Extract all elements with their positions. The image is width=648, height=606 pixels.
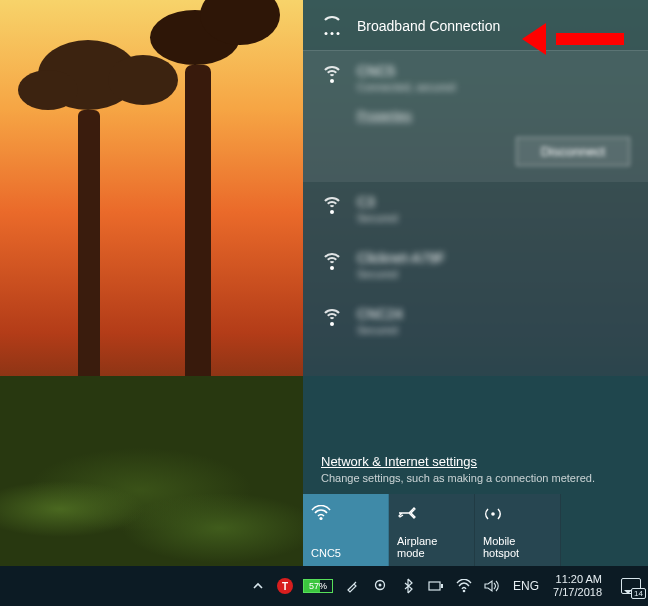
wifi-icon bbox=[311, 502, 380, 524]
svg-rect-4 bbox=[429, 582, 440, 590]
quick-action-tiles: CNC5 Airplane mode Mobile hotspot bbox=[303, 494, 648, 566]
tray-network-icon[interactable] bbox=[455, 577, 473, 595]
wifi-item[interactable]: C3 Secured bbox=[303, 182, 648, 238]
network-settings-sub: Change settings, such as making a connec… bbox=[321, 472, 630, 484]
tile-mobile-hotspot[interactable]: Mobile hotspot bbox=[475, 494, 561, 566]
wifi-name: Clicknet-A79F bbox=[357, 250, 445, 266]
tile-label: Airplane mode bbox=[397, 535, 466, 560]
clock-time: 11:20 AM bbox=[553, 573, 602, 586]
wifi-item[interactable]: Clicknet-A79F Secured bbox=[303, 238, 648, 294]
wifi-properties-link[interactable]: Properties bbox=[357, 109, 630, 123]
broadband-label: Broadband Connection bbox=[357, 18, 500, 34]
wifi-icon bbox=[321, 66, 343, 84]
annotation-arrow bbox=[522, 23, 624, 49]
tile-wifi[interactable]: CNC5 bbox=[303, 494, 389, 566]
svg-point-6 bbox=[463, 590, 466, 593]
wifi-icon bbox=[321, 253, 343, 271]
tray-location-icon[interactable] bbox=[371, 577, 389, 595]
wifi-icon bbox=[321, 197, 343, 215]
network-flyout: Broadband Connection CNC5 Connected, sec… bbox=[303, 0, 648, 566]
system-tray: T 57% ENG 11:20 AM 7/17/2018 14 bbox=[249, 566, 648, 606]
network-settings-link[interactable]: Network & Internet settings bbox=[321, 454, 630, 469]
wifi-item[interactable]: CNC24 Secured bbox=[303, 294, 648, 350]
svg-point-3 bbox=[379, 584, 382, 587]
tile-label: Mobile hotspot bbox=[483, 535, 552, 560]
tray-language-indicator[interactable]: ENG bbox=[511, 579, 541, 593]
taskbar: T 57% ENG 11:20 AM 7/17/2018 14 bbox=[0, 566, 648, 606]
svg-point-1 bbox=[491, 512, 495, 516]
svg-rect-5 bbox=[441, 584, 443, 588]
svg-point-0 bbox=[319, 517, 322, 520]
clock-date: 7/17/2018 bbox=[553, 586, 602, 599]
action-center-badge: 14 bbox=[631, 588, 646, 599]
disconnect-button[interactable]: Disconnect bbox=[516, 137, 630, 166]
wifi-name: C3 bbox=[357, 194, 398, 210]
tray-bluetooth-icon[interactable] bbox=[399, 577, 417, 595]
wifi-icon bbox=[321, 309, 343, 327]
airplane-icon bbox=[397, 502, 466, 524]
tray-clock[interactable]: 11:20 AM 7/17/2018 bbox=[551, 573, 608, 598]
hotspot-icon bbox=[483, 502, 552, 524]
wifi-item-connected[interactable]: CNC5 Connected, secured Properties Disco… bbox=[303, 51, 648, 182]
broadband-icon bbox=[321, 16, 343, 36]
tray-power-icon[interactable] bbox=[427, 577, 445, 595]
tray-chevron-up-icon[interactable] bbox=[249, 577, 267, 595]
tile-label: CNC5 bbox=[311, 547, 380, 560]
battery-percent: 57% bbox=[309, 581, 327, 591]
network-settings-section: Network & Internet settings Change setti… bbox=[303, 446, 648, 494]
tray-battery-icon[interactable]: 57% bbox=[303, 579, 333, 593]
tray-pen-icon[interactable] bbox=[343, 577, 361, 595]
wifi-status: Connected, secured bbox=[357, 81, 455, 93]
wifi-list: CNC5 Connected, secured Properties Disco… bbox=[303, 51, 648, 446]
tray-volume-icon[interactable] bbox=[483, 577, 501, 595]
tray-action-center-icon[interactable]: 14 bbox=[618, 577, 644, 595]
tray-antivirus-icon[interactable]: T bbox=[277, 578, 293, 594]
wifi-name: CNC24 bbox=[357, 306, 403, 322]
tile-airplane-mode[interactable]: Airplane mode bbox=[389, 494, 475, 566]
wifi-status: Secured bbox=[357, 268, 445, 280]
wifi-status: Secured bbox=[357, 212, 398, 224]
wifi-status: Secured bbox=[357, 324, 403, 336]
wifi-name: CNC5 bbox=[357, 63, 455, 79]
